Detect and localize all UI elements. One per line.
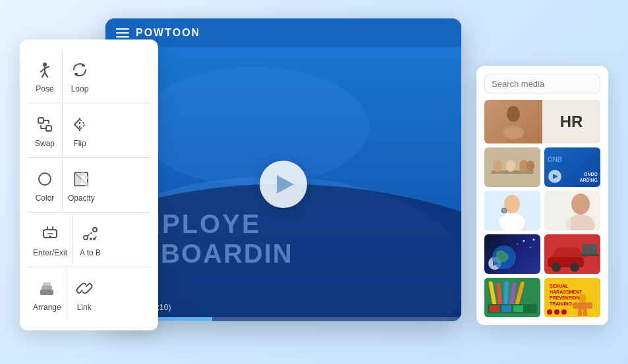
opacity-icon xyxy=(69,167,93,191)
media-grid: HR xyxy=(484,100,600,317)
svg-point-8 xyxy=(39,173,51,185)
svg-rect-22 xyxy=(42,286,52,290)
opacity-button[interactable]: Opacity xyxy=(63,159,100,211)
svg-point-26 xyxy=(507,106,520,122)
svg-rect-64 xyxy=(513,305,523,312)
svg-point-47 xyxy=(533,239,535,241)
thumb-play-small-icon xyxy=(548,170,561,183)
swap-icon xyxy=(33,113,57,136)
svg-point-52 xyxy=(570,263,579,272)
svg-rect-63 xyxy=(501,305,511,312)
swap-label: Swap xyxy=(35,139,55,148)
color-label: Color xyxy=(36,194,55,203)
video-title-line1: EMPLOYE xyxy=(119,209,448,239)
arrange-icon xyxy=(35,276,59,300)
svg-line-5 xyxy=(45,72,47,77)
swap-button[interactable]: Swap xyxy=(28,105,62,156)
enter-exit-icon xyxy=(38,222,62,246)
svg-rect-11 xyxy=(81,172,84,176)
a-to-b-button[interactable]: A to B xyxy=(73,214,107,265)
svg-rect-6 xyxy=(38,118,43,123)
pose-icon xyxy=(33,58,57,82)
onboarding-thumb-text: ONBOARDING xyxy=(579,172,598,183)
svg-point-45 xyxy=(523,240,525,242)
woman-thumb-svg xyxy=(544,191,600,230)
svg-point-51 xyxy=(552,263,561,272)
search-input[interactable] xyxy=(492,79,602,89)
hamburger-icon[interactable] xyxy=(116,28,129,38)
a-to-b-icon xyxy=(78,222,102,246)
svg-point-48 xyxy=(517,244,518,245)
svg-rect-70 xyxy=(583,310,587,316)
svg-rect-68 xyxy=(587,302,592,309)
svg-point-19 xyxy=(90,238,92,240)
office-thumb-svg xyxy=(544,234,600,274)
svg-rect-7 xyxy=(46,126,51,131)
play-triangle-icon xyxy=(277,175,294,194)
svg-rect-62 xyxy=(490,305,500,312)
link-label: Link xyxy=(77,303,92,312)
person-silhouette xyxy=(500,105,527,139)
svg-point-18 xyxy=(93,228,97,232)
svg-point-30 xyxy=(493,160,502,172)
svg-rect-53 xyxy=(583,244,597,254)
link-button[interactable]: Link xyxy=(67,269,101,320)
svg-point-46 xyxy=(530,247,531,248)
svg-rect-12 xyxy=(81,179,84,182)
media-thumb-office[interactable] xyxy=(544,234,600,274)
loop-button[interactable]: Loop xyxy=(63,50,97,101)
nurse-thumb-svg xyxy=(484,191,540,230)
color-button[interactable]: Color xyxy=(28,159,62,211)
svg-point-17 xyxy=(84,236,88,240)
svg-text:ONB: ONB xyxy=(548,156,562,163)
video-content: EMPLOYE ONBOARDIN 00:20.5 (02:10) xyxy=(105,47,461,321)
svg-rect-14 xyxy=(84,182,88,186)
svg-rect-10 xyxy=(74,172,81,186)
link-icon xyxy=(72,276,96,300)
panel-header: POWTOON xyxy=(105,18,461,47)
loop-icon xyxy=(68,58,92,82)
search-box[interactable] xyxy=(484,74,600,93)
arrange-button[interactable]: Arrange xyxy=(28,269,67,320)
svg-point-40 xyxy=(571,194,590,215)
media-thumb-space[interactable] xyxy=(484,234,540,274)
svg-rect-21 xyxy=(40,290,53,295)
team-thumb-svg xyxy=(484,147,540,187)
main-video-panel: POWTOON EMPLOYE ONBOARDIN 00:20.5 (02:10… xyxy=(105,18,461,321)
flip-icon xyxy=(68,113,92,136)
media-thumb-pencils[interactable] xyxy=(484,278,540,317)
hr-training-text: SEXUALHARASSMENTPREVENTIONTRAINING xyxy=(550,283,582,307)
svg-rect-42 xyxy=(544,191,571,230)
pose-label: Pose xyxy=(36,84,53,93)
media-thumb-onboarding[interactable]: ONBOARDING ONB xyxy=(544,147,600,187)
brand-name: POWTOON xyxy=(136,27,200,39)
svg-rect-13 xyxy=(84,176,88,179)
svg-point-31 xyxy=(506,160,515,172)
pencils-thumb-svg xyxy=(484,278,540,317)
timeline-bar[interactable] xyxy=(105,317,461,321)
media-thumb-nurse[interactable] xyxy=(484,191,540,230)
svg-rect-69 xyxy=(578,310,582,316)
svg-rect-54 xyxy=(581,254,599,256)
media-panel: HR xyxy=(476,66,608,325)
media-thumb-hr-training[interactable]: SEXUALHARASSMENTPREVENTIONTRAINING xyxy=(544,278,600,317)
a-to-b-label: A to B xyxy=(80,248,101,257)
svg-point-38 xyxy=(501,208,507,213)
flip-button[interactable]: Flip xyxy=(63,105,97,156)
enter-exit-label: Enter/Exit xyxy=(33,248,67,257)
media-thumb-team[interactable] xyxy=(484,147,540,187)
loop-label: Loop xyxy=(71,84,89,93)
pose-button[interactable]: Pose xyxy=(28,50,62,101)
toolbar-panel: Pose Loop xyxy=(20,39,158,330)
svg-point-0 xyxy=(43,63,47,66)
color-icon xyxy=(33,167,57,191)
svg-point-27 xyxy=(503,126,524,139)
media-thumb-hr[interactable]: HR xyxy=(484,100,600,143)
media-thumb-woman[interactable] xyxy=(544,191,600,230)
svg-rect-23 xyxy=(43,282,51,286)
play-button[interactable] xyxy=(260,161,307,208)
arrange-label: Arrange xyxy=(33,303,61,312)
video-title-line2: ONBOARDIN xyxy=(119,239,448,269)
enter-exit-button[interactable]: Enter/Exit xyxy=(28,214,72,265)
svg-point-16 xyxy=(49,236,51,238)
